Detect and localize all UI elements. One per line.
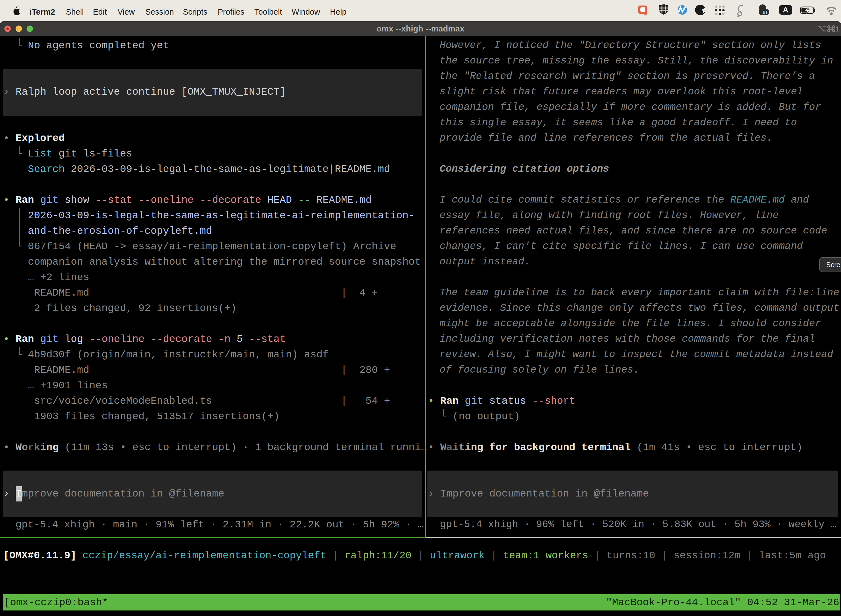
svg-text:A: A: [783, 6, 788, 14]
svg-text:1: 1: [835, 25, 840, 32]
svg-text:..61: ..61: [760, 10, 768, 15]
